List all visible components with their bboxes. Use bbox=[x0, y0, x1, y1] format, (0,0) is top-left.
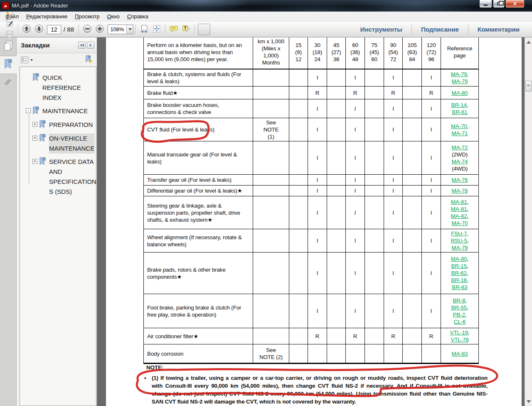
bookmark-item-preparation[interactable]: +PREPARATION bbox=[20, 120, 94, 130]
reference-link[interactable]: VTL-78 bbox=[451, 337, 468, 343]
reference-link[interactable]: MA-78 bbox=[452, 188, 468, 194]
page-number-input[interactable] bbox=[47, 25, 61, 34]
reference-line: VTL-19, bbox=[441, 329, 478, 336]
interval-mark-cell bbox=[327, 196, 346, 229]
reference-link[interactable]: MA-74 bbox=[452, 158, 468, 165]
fit-page-button[interactable] bbox=[150, 24, 163, 35]
menu-2[interactable]: Редактирование bbox=[22, 12, 71, 21]
expand-expander-icon[interactable]: + bbox=[32, 136, 37, 141]
minimize-button[interactable] bbox=[479, 0, 492, 8]
interval-mark-cell: I bbox=[346, 229, 365, 253]
reference-link[interactable]: MA-70 bbox=[451, 123, 467, 129]
reference-line: MA-74 bbox=[441, 158, 478, 165]
reference-link[interactable]: RSU-5 bbox=[451, 238, 467, 244]
bookmark-item-on-vehicle-maintenance[interactable]: +ON-VEHICLE MAINTENANCE bbox=[20, 134, 94, 153]
reference-link[interactable]: MA-79 bbox=[452, 245, 468, 251]
reference-link[interactable]: MA-80 bbox=[451, 256, 467, 262]
reference-link[interactable]: BR-15 bbox=[451, 263, 467, 269]
note-text-line: change (do not just inspect) CVT fluid N… bbox=[143, 390, 488, 398]
fullscreen-button[interactable] bbox=[198, 24, 210, 35]
reference-link[interactable]: VTL-19 bbox=[450, 329, 468, 336]
menu-4[interactable]: Окно bbox=[103, 12, 123, 21]
scrollbar-thumb[interactable] bbox=[525, 81, 532, 92]
bookmark-label: MAINTENANCE bbox=[42, 106, 94, 116]
chevron-down-icon bbox=[30, 59, 33, 61]
reference-link[interactable]: MA-76 bbox=[452, 177, 468, 183]
bookmark-item-service-data-and-specifications-sds[interactable]: +SERVICE DATA AND SPECIFICATIONS (SDS) bbox=[20, 157, 94, 197]
options-list-icon bbox=[21, 57, 28, 63]
reference-link[interactable]: BR-16 bbox=[451, 277, 467, 283]
collapse-panel-button[interactable] bbox=[78, 42, 86, 49]
page-total-label: / 88 bbox=[64, 26, 74, 33]
tools-button[interactable]: Инструменты bbox=[351, 25, 411, 35]
item-cell: Brake booster vacuum hoses, connections … bbox=[144, 99, 253, 118]
interval-mark-cell: I bbox=[308, 196, 327, 229]
reference-link[interactable]: MA-81 bbox=[451, 206, 467, 212]
expand-expander-icon[interactable]: + bbox=[32, 159, 37, 164]
reference-link[interactable]: MA-72 bbox=[452, 144, 468, 151]
reference-link[interactable]: MA-81 bbox=[451, 199, 467, 205]
interval-mark-cell: I bbox=[422, 99, 441, 118]
zoom-in-button[interactable] bbox=[94, 24, 106, 35]
highlight-text-button[interactable] bbox=[180, 24, 192, 35]
interval-mark-cell bbox=[289, 229, 308, 253]
interval-mark-cell bbox=[403, 69, 422, 87]
interval-mark-cell bbox=[289, 186, 308, 196]
reference-link[interactable]: MA-79 bbox=[451, 71, 467, 77]
restore-button[interactable] bbox=[493, 0, 505, 8]
comments-panel-button[interactable]: Комментарии bbox=[468, 25, 529, 35]
reference-line: MA-78 bbox=[441, 187, 478, 194]
reference-cell: BR-8,BR-55,PB-2,CL-6 bbox=[441, 294, 479, 328]
reference-link[interactable]: MA-71 bbox=[452, 130, 468, 136]
reference-link[interactable]: MA-83 bbox=[452, 351, 468, 357]
close-button[interactable]: ✕ bbox=[505, 0, 525, 8]
reference-link[interactable]: MA-82 bbox=[451, 213, 467, 219]
bookmark-item-maintenance[interactable]: -MAINTENANCE bbox=[20, 106, 94, 116]
reference-link[interactable]: BR-8 bbox=[453, 297, 465, 304]
reference-link[interactable]: BR-55 bbox=[451, 304, 467, 311]
reference-link[interactable]: BR-63 bbox=[452, 284, 467, 290]
new-bookmark-button[interactable] bbox=[84, 55, 93, 65]
interval-mark-cell bbox=[365, 99, 384, 118]
reference-link[interactable]: MA-80 bbox=[452, 90, 468, 96]
reference-link[interactable]: BR-14 bbox=[451, 102, 467, 108]
interval-mark-cell bbox=[365, 118, 384, 141]
bookmarks-panel-tab[interactable] bbox=[0, 56, 17, 74]
sign-panel-button[interactable]: Подписание bbox=[412, 25, 468, 35]
reference-line: MA-81, bbox=[441, 198, 478, 205]
fit-width-button[interactable] bbox=[138, 24, 150, 35]
interval-mark-cell: I bbox=[308, 99, 327, 118]
menu-3[interactable]: Просмотр bbox=[71, 12, 103, 21]
reference-link[interactable]: MA-70 bbox=[452, 220, 468, 226]
bookmark-item-quick-reference-index[interactable]: QUICK REFERENCE INDEX bbox=[20, 73, 94, 103]
bookmarks-options-button[interactable] bbox=[21, 57, 33, 63]
scroll-down-arrow-icon[interactable] bbox=[527, 400, 531, 403]
add-comment-button[interactable] bbox=[167, 24, 180, 35]
interval-mark-cell: I bbox=[346, 186, 365, 196]
next-page-button[interactable] bbox=[33, 24, 45, 35]
reference-link[interactable]: BR-62 bbox=[451, 270, 467, 276]
reference-link[interactable]: PB-2 bbox=[453, 312, 465, 318]
reference-link[interactable]: MA-79 bbox=[452, 78, 468, 84]
previous-page-button[interactable] bbox=[20, 24, 33, 35]
scroll-up-arrow-icon[interactable] bbox=[527, 41, 531, 44]
pages-panel-tab[interactable] bbox=[0, 37, 17, 56]
expand-expander-icon[interactable]: + bbox=[32, 122, 37, 127]
interval-mark-cell bbox=[403, 229, 422, 253]
reference-link[interactable]: CL-6 bbox=[454, 319, 466, 325]
collapse-expander-icon[interactable]: - bbox=[26, 108, 31, 113]
zoom-dropdown-button[interactable] bbox=[126, 25, 133, 34]
zoom-level-value: 108% bbox=[108, 26, 126, 32]
reference-link[interactable]: BR-61 bbox=[452, 109, 467, 115]
vertical-scrollbar[interactable] bbox=[525, 37, 532, 406]
reference-cell: VTL-19,VTL-78 bbox=[441, 328, 479, 344]
interval-mark-cell: I bbox=[384, 99, 403, 118]
reference-link[interactable]: FSU-7 bbox=[451, 230, 467, 237]
sign-document-button[interactable] bbox=[3, 18, 16, 30]
attachments-panel-tab[interactable] bbox=[0, 74, 17, 92]
zoom-level-select[interactable]: 108% bbox=[108, 25, 133, 34]
interval-mark-cell bbox=[308, 344, 327, 364]
zoom-out-button[interactable] bbox=[81, 24, 94, 35]
expand-panel-button[interactable] bbox=[87, 42, 94, 49]
menu-5[interactable]: Справка bbox=[123, 12, 152, 21]
